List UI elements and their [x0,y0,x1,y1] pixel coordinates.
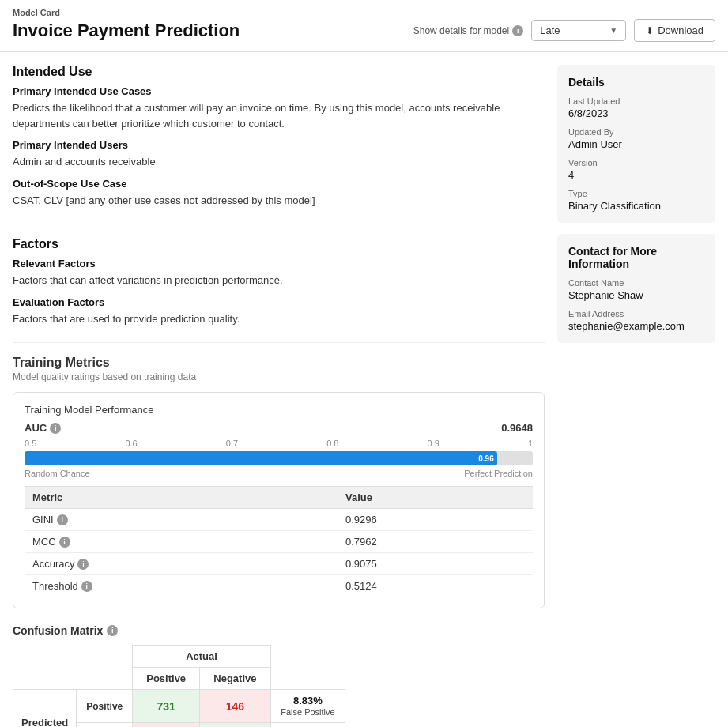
page-title: Invoice Payment Prediction [13,21,240,41]
scale-3: 0.8 [326,439,338,448]
content: Intended Use Primary Intended Use Cases … [0,52,728,727]
cm-row-positive: Predicted Positive 731 146 8.83% False P… [13,690,345,723]
training-metrics-section: Training Metrics Model quality ratings b… [13,356,545,608]
metric-value-cell: 0.9296 [338,509,533,531]
metric-value-cell: 0.5124 [338,575,533,597]
training-metrics-title: Training Metrics [13,356,545,370]
metrics-table-row: Accuracy i 0.9075 [25,553,533,575]
users-label: Primary Intended Users [13,139,545,151]
gauge-left-label: Random Chance [25,469,90,478]
updated-by-label: Updated By [568,127,704,137]
users-text: Admin and accounts receivable [13,154,545,170]
download-icon: ⬇ [646,25,654,36]
info-icon: i [512,25,523,36]
scale-2: 0.7 [226,439,238,448]
auc-row: AUC i 0.9648 [25,422,533,434]
last-updated-label: Last Updated [568,96,704,106]
gauge-fill-label: 0.96 [478,454,493,463]
cm-tn-cell: 1507 [200,723,271,728]
show-details-text: Show details for model [413,25,509,36]
metrics-table-row: Threshold i 0.5124 [25,575,533,597]
metric-info-icon: i [59,537,70,548]
metrics-table-row: MCC i 0.7962 [25,531,533,553]
cm-empty-1 [13,668,77,690]
gauge-scale: 0.5 0.6 0.7 0.8 0.9 1 [25,439,533,448]
header: Model Card Invoice Payment Prediction Sh… [0,0,728,52]
auc-label: AUC i [25,422,61,434]
version-label: Version [568,158,704,168]
cm-predicted-label: Predicted [13,690,77,728]
type-value: Binary Classification [568,200,704,212]
auc-value: 0.9648 [501,422,533,434]
cm-row-header: Actual [13,646,345,668]
main-content: Intended Use Primary Intended Use Cases … [13,65,545,727]
contact-name-label: Contact Name [568,278,704,288]
contact-email-label: Email Address [568,309,704,318]
confusion-matrix-wrapper: Actual Positive Negative [13,645,545,727]
factors-title: Factors [13,237,545,251]
download-label: Download [658,24,703,36]
divider-2 [13,342,545,343]
cm-predicted-positive-label: Positive [77,690,133,723]
metric-name-cell: Accuracy i [25,553,338,575]
intended-use-section: Intended Use Primary Intended Use Cases … [13,65,545,208]
metric-name-cell: MCC i [25,531,338,553]
cm-tp-cell: 731 [133,690,200,723]
confusion-matrix-title-text: Confusion Matrix [13,624,103,637]
scale-5: 1 [528,439,533,448]
gauge-fill: 0.96 [25,451,497,465]
last-updated-value: 6/8/2023 [568,107,704,119]
confusion-matrix-table: Actual Positive Negative [13,645,345,727]
contact-email-value: stephanie@example.com [568,320,704,332]
metric-info-icon: i [57,514,68,525]
cm-corner-empty-3 [270,646,345,668]
model-select-value: Late [540,24,560,36]
sidebar: Details Last Updated 6/8/2023 Updated By… [557,65,715,727]
type-label: Type [568,189,704,198]
chevron-down-icon: ▼ [609,26,617,35]
metric-name-cell: Threshold i [25,575,338,597]
intended-use-title: Intended Use [13,65,545,79]
details-card-title: Details [568,76,704,89]
primary-use-text: Predicts the likelihood that a customer … [13,100,545,131]
metric-value-cell: 0.9075 [338,553,533,575]
page-wrapper: Model Card Invoice Payment Prediction Sh… [0,0,728,727]
cm-negative-col-header: Negative [200,668,271,690]
metrics-col-value: Value [338,487,533,509]
cm-corner-empty-1 [13,646,77,668]
confusion-info-icon: i [107,625,118,636]
model-select-dropdown[interactable]: Late ▼ [531,20,626,41]
cm-fp-cell: 146 [200,690,271,723]
primary-use-label: Primary Intended Use Cases [13,85,545,97]
gauge-labels: Random Chance Perfect Prediction [25,469,533,478]
metric-info-icon: i [77,559,89,570]
confusion-matrix-section: Confusion Matrix i Actual [13,624,545,727]
header-controls: Show details for model i Late ▼ ⬇ Downlo… [413,19,715,42]
metrics-col-metric: Metric [25,487,338,509]
header-row: Invoice Payment Prediction Show details … [13,19,715,42]
cm-row-col-headers: Positive Negative [13,668,345,690]
metrics-table-row: GINI i 0.9296 [25,509,533,531]
relevant-factors-label: Relevant Factors [13,258,545,269]
model-card-label: Model Card [13,8,715,17]
contact-name-value: Stephanie Shaw [568,289,704,301]
contact-card-title: Contact for More Information [568,245,704,270]
cm-fp-pct: 8.83% [293,695,323,706]
metric-value-cell: 0.7962 [338,531,533,553]
download-button[interactable]: ⬇ Download [634,19,715,42]
cm-empty-2 [77,668,133,690]
out-of-scope-text: CSAT, CLV [and any other use cases not a… [13,193,545,209]
cm-fn-cell: 82 [133,723,200,728]
evaluation-factors-text: Factors that are used to provide predict… [13,311,545,327]
details-card: Details Last Updated 6/8/2023 Updated By… [557,65,715,223]
factors-section: Factors Relevant Factors Factors that ca… [13,237,545,326]
contact-card: Contact for More Information Contact Nam… [557,234,715,343]
metric-name-cell: GINI i [25,509,338,531]
cm-actual-header: Actual [133,646,270,668]
scale-0: 0.5 [25,439,36,448]
cm-empty-3 [270,668,345,690]
training-metrics-subtitle: Model quality ratings based on training … [13,371,545,382]
cm-fp-side: 8.83% False Positive [270,690,345,723]
version-value: 4 [568,169,704,181]
cm-corner-empty-2 [77,646,133,668]
